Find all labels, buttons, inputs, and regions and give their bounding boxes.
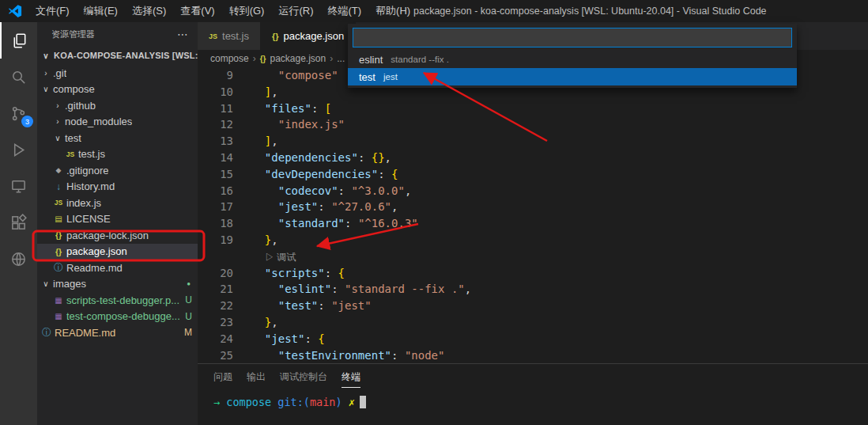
activity-source-control[interactable]: 3 — [0, 95, 37, 131]
code-segment: "test" — [278, 299, 319, 312]
search-icon — [9, 68, 28, 86]
run-debug-icon — [9, 141, 28, 159]
tab-package-json[interactable]: {} package.json — [261, 22, 356, 50]
menu-item[interactable]: 编辑(E) — [77, 0, 125, 22]
menu-item[interactable]: 终端(T) — [320, 0, 368, 22]
tree-item[interactable]: {}package-lock.json — [37, 227, 198, 244]
activity-extensions[interactable] — [0, 204, 37, 241]
code-segment — [251, 184, 278, 197]
code-text: "index.js" — [233, 116, 345, 133]
tree-item[interactable]: JStest.js — [37, 146, 198, 163]
code-text: }, — [233, 232, 278, 249]
code-segment: , — [385, 151, 391, 164]
menu-item[interactable]: 文件(F) — [28, 0, 77, 22]
more-actions-icon[interactable]: ⋯ — [177, 28, 188, 40]
code-segment: : — [318, 299, 331, 312]
tree-item[interactable]: ↓History.md — [37, 179, 198, 195]
code-segment: "testEnvironment" — [278, 349, 391, 362]
panel-tab-bar: 问题输出调试控制台终端 — [198, 364, 868, 388]
tree-item[interactable]: {}package.json — [37, 244, 198, 260]
tree-item[interactable]: ›.github — [37, 97, 198, 114]
quick-input-widget: eslintstandard --fix .testjest — [348, 24, 797, 88]
quick-input-field[interactable] — [353, 28, 792, 47]
breadcrumb-item[interactable]: compose — [210, 53, 249, 64]
tree-item-label: History.md — [65, 180, 115, 192]
menu-item[interactable]: 运行(R) — [271, 0, 320, 22]
tree-item-label: compose — [51, 83, 95, 95]
code-segment: : — [331, 283, 345, 295]
code-text: "standard": "^16.0.3" — [233, 215, 418, 232]
line-number: 16 — [198, 183, 233, 199]
code-text: "compose" — [233, 67, 338, 84]
line-number: 13 — [198, 133, 233, 150]
terminal-text: compose — [220, 396, 271, 408]
code-text: "dependencies": {}, — [233, 150, 391, 166]
tree-item-label: LICENSE — [65, 213, 111, 225]
code-text: ▷ 调试 — [233, 249, 296, 265]
panel-tab[interactable]: 终端 — [342, 370, 360, 388]
tab-test-js[interactable]: JS test.js — [198, 22, 261, 50]
activity-search[interactable] — [0, 59, 37, 95]
breadcrumb-item[interactable]: package.json — [270, 53, 326, 64]
code-text: "scripts": { — [233, 265, 345, 282]
extensions-icon — [9, 214, 28, 232]
license-icon: ▤ — [52, 214, 65, 223]
terminal-cursor — [360, 396, 366, 408]
tree-item-label: .github — [63, 100, 96, 112]
code-line: 23 }, — [198, 314, 868, 331]
code-segment — [251, 299, 278, 312]
code-text: "eslint": "standard --fix .", — [233, 281, 471, 298]
tree-item[interactable]: ›.git — [37, 65, 198, 82]
tree-item[interactable]: ⓘREADME.mdM — [37, 324, 198, 341]
activity-explorer[interactable] — [0, 22, 37, 59]
tree-item[interactable]: ∨images● — [37, 276, 198, 293]
activity-run-debug[interactable] — [0, 131, 37, 168]
tree-item[interactable]: ›node_modules — [37, 114, 198, 131]
js-icon: JS — [64, 150, 77, 158]
quick-pick-desc: jest — [383, 72, 398, 82]
code-segment: : — [338, 184, 352, 197]
panel-tab[interactable]: 问题 — [213, 370, 232, 388]
quick-pick-item[interactable]: eslintstandard --fix . — [348, 51, 797, 68]
tree-item[interactable]: JSindex.js — [37, 195, 198, 211]
tree-item[interactable]: ⓘReadme.md — [37, 260, 198, 276]
tree-item[interactable]: ▤LICENSE — [37, 211, 198, 228]
tree-item[interactable]: ∨compose — [37, 82, 198, 98]
line-number: 24 — [198, 331, 233, 347]
code-segment: , — [271, 135, 277, 147]
codelens-row[interactable]: ▷ 调试 — [198, 249, 868, 265]
tree-item[interactable]: ▦scripts-test-debugger.p...U — [37, 292, 198, 309]
tree-item-label: node_modules — [63, 116, 132, 127]
code-segment: "eslint" — [278, 283, 331, 295]
code-editor: 9 "compose"10 ],11 "files": [12 "index.j… — [198, 67, 868, 363]
tree-item[interactable]: ∨test — [37, 130, 198, 146]
menu-item[interactable]: 查看(V) — [173, 0, 221, 22]
git-status-badge: U — [185, 311, 192, 322]
line-number: 18 — [198, 215, 233, 232]
quick-pick-list: eslintstandard --fix .testjest — [348, 51, 797, 85]
info-icon: ⓘ — [52, 261, 65, 275]
explorer-sidebar: 资源管理器 ⋯ ∨ KOA-COMPOSE-ANALYSIS [WSL: UB.… — [37, 22, 198, 425]
activity-remote-explorer[interactable] — [0, 168, 37, 204]
line-number: 12 — [198, 116, 233, 133]
code-segment: { — [318, 332, 324, 345]
tree-item[interactable]: ◆.gitignore — [37, 162, 198, 179]
code-segment: "^27.0.6" — [331, 200, 391, 213]
breadcrumb-item[interactable]: ... — [337, 53, 345, 64]
quick-pick-item[interactable]: testjest — [348, 68, 797, 85]
menu-item[interactable]: 选择(S) — [125, 0, 173, 22]
menu-item[interactable]: 转到(G) — [222, 0, 272, 22]
activity-github[interactable] — [0, 241, 37, 277]
tree-item-label: index.js — [65, 197, 101, 209]
panel-tab[interactable]: 调试控制台 — [280, 370, 327, 388]
panel-tab[interactable]: 输出 — [247, 370, 266, 388]
menu-item[interactable]: 帮助(H) — [368, 0, 417, 22]
title-bar: 文件(F)编辑(E)选择(S)查看(V)转到(G)运行(R)终端(T)帮助(H)… — [0, 0, 868, 22]
workspace-section-header[interactable]: ∨ KOA-COMPOSE-ANALYSIS [WSL: UB... — [37, 46, 198, 65]
tree-item[interactable]: ▦test-compose-debugge...U — [37, 309, 198, 325]
code-line: 12 "index.js" — [198, 116, 868, 133]
code-text: "jest": { — [233, 331, 325, 347]
code-segment: , — [271, 85, 277, 98]
terminal[interactable]: → compose git:(main) ✗ — [198, 388, 868, 408]
code-segment: : — [311, 102, 325, 115]
